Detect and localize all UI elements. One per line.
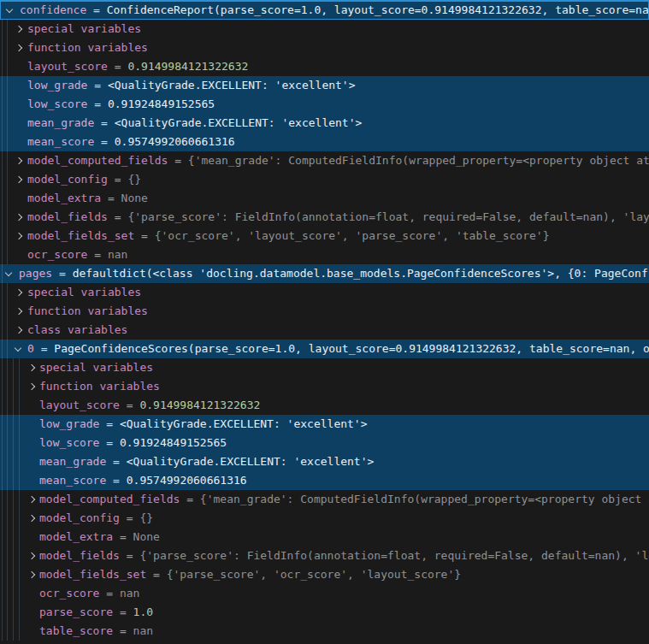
chevron-right-icon[interactable]: [24, 358, 38, 377]
indent-guide: [13, 452, 14, 471]
variable-name: model_fields_set: [39, 568, 146, 581]
indent-guide: [2, 302, 3, 321]
tree-row-mean-grade[interactable]: mean_grade = <QualityGrade.EXCELLENT: 'e…: [0, 114, 649, 133]
indent-guide: [2, 114, 3, 133]
indent-guide: [13, 622, 14, 641]
tree-row-low-score[interactable]: low_score = 0.91924849152565: [0, 434, 649, 452]
indent-guide: [7, 528, 8, 547]
chevron-right-icon[interactable]: [11, 151, 25, 170]
debug-variables-panel: confidence = ConfidenceReport(parse_scor…: [0, 0, 649, 644]
tree-row-model-fields[interactable]: model_fields = {'parse_score': FieldInfo…: [0, 208, 649, 227]
chevron-right-icon[interactable]: [11, 170, 25, 189]
indent-guide: [13, 490, 14, 509]
indent-guide: [7, 396, 8, 415]
row-text: model_fields = {'parse_score': FieldInfo…: [0, 547, 649, 565]
tree-row-mean-score[interactable]: mean_score = 0.9574992060661316: [0, 133, 649, 151]
tree-row-model-computed-fields[interactable]: model_computed_fields = {'mean_grade': C…: [0, 151, 649, 170]
tree-row-ocr-score[interactable]: ocr_score = nan: [0, 584, 649, 603]
variable-name: model_config: [27, 173, 108, 186]
chevron-right-icon[interactable]: [24, 377, 38, 396]
tree-row-layout-score[interactable]: layout_score = 0.9149984121322632: [0, 57, 649, 76]
tree-row-layout-score[interactable]: layout_score = 0.9149984121322632: [0, 396, 649, 415]
tree-row-function-variables[interactable]: function variables: [0, 302, 649, 321]
indent-guide: [2, 509, 3, 528]
variable-name: mean_score: [27, 135, 94, 148]
variable-name: table_score: [39, 624, 113, 637]
chevron-right-icon[interactable]: [11, 20, 25, 38]
tree-row-model-config[interactable]: model_config = {}: [0, 170, 649, 189]
row-text: ocr_score = nan: [0, 245, 127, 264]
chevron-right-icon[interactable]: [24, 509, 38, 528]
variable-value: defaultdict(<class 'docling.datamodel.ba…: [73, 267, 648, 280]
tree-row-class-variables[interactable]: class variables: [0, 321, 649, 340]
chevron-right-icon[interactable]: [24, 547, 38, 565]
indent-guide: [2, 245, 3, 264]
row-text: 0 = PageConfidenceScores(parse_score=1.0…: [0, 340, 649, 358]
tree-row-model-extra[interactable]: model_extra = None: [0, 189, 649, 208]
chevron-right-icon[interactable]: [11, 302, 25, 321]
indent-guide: [2, 396, 3, 415]
tree-row-low-grade[interactable]: low_grade = <QualityGrade.EXCELLENT: 'ex…: [0, 415, 649, 434]
chevron-down-icon[interactable]: [11, 340, 25, 358]
indent-guide: [7, 76, 8, 95]
indent-guide: [19, 434, 20, 452]
tree-row-model-computed-fields[interactable]: model_computed_fields = {'mean_grade': C…: [0, 490, 649, 509]
row-text: ocr_score = nan: [0, 584, 139, 603]
variable-value: None: [121, 192, 148, 204]
tree-row-mean-score[interactable]: mean_score = 0.9574992060661316: [0, 471, 649, 490]
tree-row-special-variables[interactable]: special variables: [0, 358, 649, 377]
indent-guide: [2, 227, 3, 245]
equals-sign: =: [120, 549, 139, 562]
tree-row-model-extra[interactable]: model_extra = None: [0, 528, 649, 547]
variable-value: None: [133, 530, 160, 543]
variable-name: pages: [19, 267, 52, 280]
chevron-down-icon[interactable]: [3, 2, 16, 19]
chevron-right-icon[interactable]: [24, 565, 38, 584]
tree-row-pages[interactable]: pages = defaultdict(<class 'docling.data…: [0, 264, 649, 283]
equals-sign: =: [94, 135, 114, 148]
tree-row-table-score[interactable]: table_score = nan: [0, 622, 649, 641]
chevron-right-icon[interactable]: [24, 490, 38, 509]
variable-value: 0.91924849152565: [108, 97, 215, 110]
indent-guide: [7, 452, 8, 471]
indent-guide: [2, 151, 3, 170]
variable-value: <QualityGrade.EXCELLENT: 'excellent'>: [108, 79, 356, 92]
tree-row-function-variables[interactable]: function variables: [0, 377, 649, 396]
variable-name: special variables: [39, 361, 153, 374]
equals-sign: =: [108, 60, 127, 73]
row-text: model_fields_set = {'ocr_score', 'layout…: [0, 227, 550, 245]
indent-guide: [2, 20, 3, 38]
chevron-right-icon[interactable]: [11, 208, 25, 227]
tree-row-confidence[interactable]: confidence = ConfidenceReport(parse_scor…: [0, 0, 649, 20]
variable-name: low_grade: [27, 79, 87, 92]
tree-row-0[interactable]: 0 = PageConfidenceScores(parse_score=1.0…: [0, 340, 649, 358]
indent-guide: [7, 114, 8, 133]
tree-row-mean-grade[interactable]: mean_grade = <QualityGrade.EXCELLENT: 'e…: [0, 452, 649, 471]
indent-guide: [19, 547, 20, 565]
tree-row-special-variables[interactable]: special variables: [0, 20, 649, 38]
variable-name: model_extra: [39, 530, 113, 543]
tree-row-function-variables[interactable]: function variables: [0, 38, 649, 57]
indent-guide: [7, 358, 8, 377]
tree-row-special-variables[interactable]: special variables: [0, 283, 649, 302]
tree-row-parse-score[interactable]: parse_score = 1.0: [0, 603, 649, 622]
tree-row-model-fields[interactable]: model_fields = {'parse_score': FieldInfo…: [0, 547, 649, 565]
indent-guide: [2, 490, 3, 509]
variable-value: 0.9149984121322632: [139, 399, 260, 411]
tree-row-model-fields-set[interactable]: model_fields_set = {'ocr_score', 'layout…: [0, 227, 649, 245]
tree-row-ocr-score[interactable]: ocr_score = nan: [0, 245, 649, 264]
chevron-right-icon[interactable]: [11, 283, 25, 302]
row-text: model_extra = None: [0, 528, 160, 547]
variable-value: <QualityGrade.EXCELLENT: 'excellent'>: [127, 455, 375, 468]
tree-row-model-config[interactable]: model_config = {}: [0, 509, 649, 528]
chevron-right-icon[interactable]: [11, 227, 25, 245]
tree-row-model-fields-set[interactable]: model_fields_set = {'parse_score', 'ocr_…: [0, 565, 649, 584]
indent-guide: [19, 565, 20, 584]
variable-name: low_score: [39, 436, 99, 449]
chevron-right-icon[interactable]: [11, 321, 25, 340]
chevron-right-icon[interactable]: [11, 38, 25, 57]
tree-row-low-score[interactable]: low_score = 0.91924849152565: [0, 95, 649, 114]
tree-row-low-grade[interactable]: low_grade = <QualityGrade.EXCELLENT: 'ex…: [0, 76, 649, 95]
equals-sign: =: [113, 606, 133, 618]
chevron-down-icon[interactable]: [2, 264, 15, 283]
